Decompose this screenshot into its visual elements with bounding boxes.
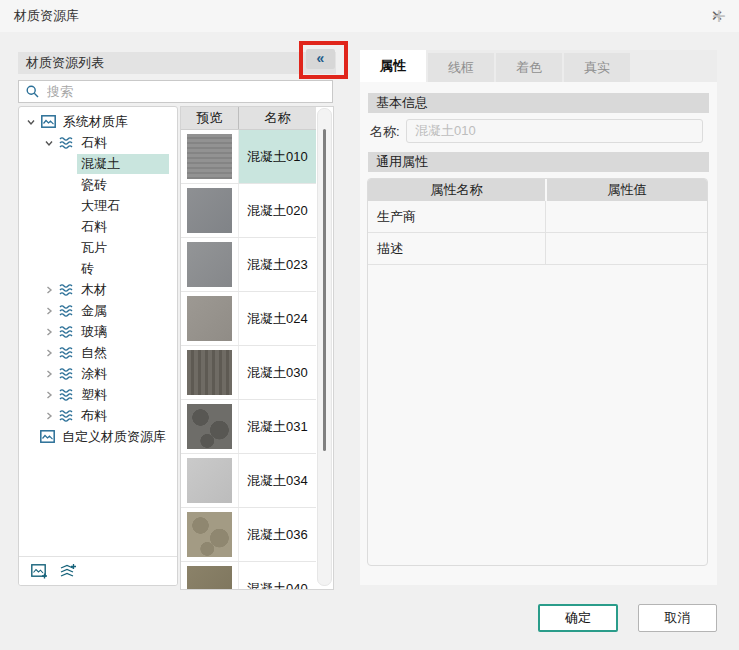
search-box[interactable] — [18, 80, 333, 103]
material-thumbnail[interactable] — [187, 242, 232, 287]
cancel-button[interactable]: 取消 — [638, 604, 717, 632]
material-thumbnail-cell[interactable] — [181, 400, 239, 453]
prop-value-cell[interactable] — [546, 233, 707, 264]
tree-item-label: 自然 — [77, 343, 111, 363]
material-name[interactable]: 混凝土023 — [239, 238, 316, 291]
tree-item-roof-tile[interactable]: 瓦片 — [19, 237, 177, 258]
material-name[interactable]: 混凝土034 — [239, 454, 316, 507]
tree-item-plastic[interactable]: 塑料 — [19, 384, 177, 405]
material-thumbnail-cell[interactable] — [181, 346, 239, 399]
tab-realistic[interactable]: 真实 — [564, 53, 630, 82]
tree-item-custom-library[interactable]: 自定义材质资源库 — [19, 426, 177, 447]
tree-item-paint[interactable]: 涂料 — [19, 363, 177, 384]
material-name[interactable]: 混凝土036 — [239, 508, 316, 561]
window-title: 材质资源库 — [14, 0, 79, 32]
material-thumbnail[interactable] — [187, 458, 232, 503]
material-name[interactable]: 混凝土040 — [239, 562, 316, 590]
property-table-header: 属性名称 属性值 — [368, 179, 707, 201]
tree-item-stone[interactable]: 石料 — [19, 132, 177, 153]
material-thumbnail-cell[interactable] — [181, 130, 239, 183]
material-name[interactable]: 混凝土010 — [239, 130, 316, 183]
chevron-down-icon[interactable] — [23, 117, 38, 127]
library-icon — [37, 430, 58, 443]
material-name[interactable]: 混凝土024 — [239, 292, 316, 345]
tree-item-brick[interactable]: 砖 — [19, 258, 177, 279]
name-input[interactable] — [406, 119, 703, 143]
list-scrollbar-thumb[interactable] — [323, 129, 326, 451]
material-thumbnail[interactable] — [187, 296, 232, 341]
tree-item-ceramic-tile[interactable]: 瓷砖 — [19, 174, 177, 195]
chevron-down-icon[interactable] — [41, 138, 56, 148]
tree-item-label: 塑料 — [77, 385, 111, 405]
list-scrollbar-track[interactable] — [317, 108, 332, 586]
tab-attributes[interactable]: 属性 — [360, 50, 426, 82]
tree-item-label: 混凝土 — [77, 154, 169, 174]
chevron-right-icon[interactable] — [41, 411, 56, 421]
material-thumbnail-cell[interactable] — [181, 562, 239, 590]
material-row[interactable]: 混凝土023 — [181, 238, 316, 292]
material-category-icon — [56, 284, 77, 296]
properties-panel: 基本信息 名称: 通用属性 属性名称 属性值 生产商描述 — [360, 82, 717, 585]
add-tab-button[interactable]: + — [707, 2, 731, 30]
tree-item-label: 瓦片 — [77, 238, 111, 258]
material-row[interactable]: 混凝土031 — [181, 400, 316, 454]
tree-item-stone-sub[interactable]: 石料 — [19, 216, 177, 237]
tree-item-label: 瓷砖 — [77, 175, 111, 195]
tree-item-marble[interactable]: 大理石 — [19, 195, 177, 216]
tree-item-label: 系统材质库 — [59, 112, 132, 132]
tree-item-label: 金属 — [77, 301, 111, 321]
chevron-right-icon[interactable] — [41, 285, 56, 295]
tree-item-concrete[interactable]: 混凝土 — [19, 153, 177, 174]
material-name[interactable]: 混凝土031 — [239, 400, 316, 453]
search-input[interactable] — [45, 83, 332, 100]
material-list-rows: 混凝土010混凝土020混凝土023混凝土024混凝土030混凝土031混凝土0… — [181, 130, 333, 590]
material-thumbnail-cell[interactable] — [181, 238, 239, 291]
name-label: 名称: — [370, 123, 400, 141]
material-row[interactable]: 混凝土036 — [181, 508, 316, 562]
material-thumbnail[interactable] — [187, 350, 232, 395]
tab-shaded[interactable]: 着色 — [496, 53, 562, 82]
tree-item-metal[interactable]: 金属 — [19, 300, 177, 321]
basic-info-header: 基本信息 — [368, 93, 709, 113]
material-category-icon — [56, 137, 77, 149]
material-list-header: 预览 名称 — [181, 107, 316, 130]
ok-button[interactable]: 确定 — [538, 604, 618, 632]
property-table: 属性名称 属性值 生产商描述 — [367, 178, 708, 566]
tree-item-label: 自定义材质资源库 — [58, 427, 170, 447]
tree-item-wood[interactable]: 木材 — [19, 279, 177, 300]
common-props-header: 通用属性 — [368, 152, 709, 172]
prop-value-cell[interactable] — [546, 201, 707, 232]
tree-item-label: 大理石 — [77, 196, 124, 216]
chevron-right-icon[interactable] — [41, 306, 56, 316]
material-row[interactable]: 混凝土020 — [181, 184, 316, 238]
material-name[interactable]: 混凝土020 — [239, 184, 316, 237]
material-thumbnail-cell[interactable] — [181, 454, 239, 507]
material-thumbnail-cell[interactable] — [181, 292, 239, 345]
material-thumbnail-cell[interactable] — [181, 184, 239, 237]
tree-item-fabric[interactable]: 布料 — [19, 405, 177, 426]
material-row[interactable]: 混凝土034 — [181, 454, 316, 508]
material-thumbnail[interactable] — [187, 134, 232, 179]
material-row[interactable]: 混凝土030 — [181, 346, 316, 400]
add-library-icon[interactable] — [31, 564, 48, 579]
chevron-right-icon[interactable] — [41, 369, 56, 379]
material-row[interactable]: 混凝土024 — [181, 292, 316, 346]
material-thumbnail-cell[interactable] — [181, 508, 239, 561]
material-category-icon — [56, 389, 77, 401]
tree-item-nature[interactable]: 自然 — [19, 342, 177, 363]
chevron-right-icon[interactable] — [41, 348, 56, 358]
tree-item-label: 石料 — [77, 133, 111, 153]
material-thumbnail[interactable] — [187, 512, 232, 557]
tab-wireframe[interactable]: 线框 — [428, 53, 494, 82]
chevron-right-icon[interactable] — [41, 327, 56, 337]
material-thumbnail[interactable] — [187, 404, 232, 449]
material-row[interactable]: 混凝土010 — [181, 130, 316, 184]
material-row[interactable]: 混凝土040 — [181, 562, 316, 590]
material-thumbnail[interactable] — [187, 566, 232, 590]
tree-item-system-library[interactable]: 系统材质库 — [19, 111, 177, 132]
material-thumbnail[interactable] — [187, 188, 232, 233]
material-name[interactable]: 混凝土030 — [239, 346, 316, 399]
add-material-icon[interactable] — [59, 563, 77, 579]
tree-item-glass[interactable]: 玻璃 — [19, 321, 177, 342]
chevron-right-icon[interactable] — [41, 390, 56, 400]
